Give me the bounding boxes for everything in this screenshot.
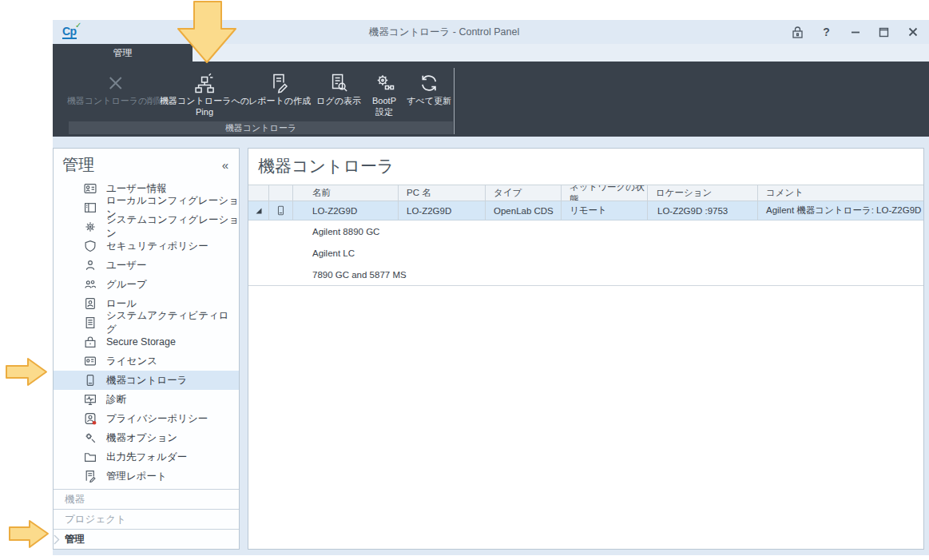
activity-log-icon: [84, 316, 97, 329]
section-tab-label: プロジェクト: [65, 513, 126, 526]
column-header-pc-name[interactable]: PC 名: [399, 185, 486, 201]
cell-comment: Agilent 機器コントローラ: LO-Z2G9D: [758, 201, 923, 220]
minimize-icon[interactable]: [848, 26, 862, 39]
control-panel-window: Cp ✓ 機器コントローラ - Control Panel ?: [53, 20, 929, 555]
section-tab-projects[interactable]: プロジェクト: [54, 509, 239, 529]
ribbon-group-separator: [454, 68, 455, 134]
ribbon-group-label: 機器コントローラ: [69, 121, 453, 134]
group-icon: [84, 278, 97, 291]
annotation-arrow-instrument-controllers: [0, 351, 56, 395]
view-log-button[interactable]: ログの表示: [316, 70, 361, 107]
row-details: Agilent 8890 GC Agilent LC 7890 GC and 5…: [248, 220, 923, 286]
workspace: 管理 « ユーザー情報 ローカルコンフィグレーシ: [53, 137, 929, 555]
diagnostics-icon: [84, 393, 97, 406]
close-icon[interactable]: [906, 26, 919, 39]
table-header-row: 名前 PC 名 タイプ ネットワークの状態 ロケーション コメント: [248, 185, 923, 201]
sidebar-item-label: 出力先フォルダー: [106, 451, 187, 464]
cell-location: LO-Z2G9D :9753: [648, 201, 758, 220]
ping-icon: [160, 70, 249, 96]
sidebar-item-label: プライバシーポリシー: [106, 412, 208, 426]
delete-controller-button[interactable]: 機器コントローラの削除: [67, 70, 165, 107]
column-header-name[interactable]: 名前: [293, 185, 399, 201]
row-expander[interactable]: [248, 201, 269, 220]
cell-pc-name: LO-Z2G9D: [399, 201, 486, 220]
instrument-controller-icon: [276, 205, 286, 216]
ping-controller-button[interactable]: 機器コントローラへのPing: [160, 70, 249, 117]
sidebar-item-label: ライセンス: [106, 355, 157, 368]
sidebar-item-groups[interactable]: グループ: [54, 275, 239, 294]
bootp-settings-icon: [372, 70, 396, 96]
sidebar-item-users[interactable]: ユーザー: [54, 256, 239, 275]
window-controls: ?: [791, 20, 919, 44]
sidebar-item-label: システムコンフィグレーション: [106, 213, 239, 240]
sidebar-item-label: 管理レポート: [106, 470, 167, 483]
section-tab-instruments[interactable]: 機器: [54, 489, 239, 509]
sidebar-item-instrument-options[interactable]: 機器オプション: [54, 428, 239, 447]
titlebar: Cp ✓ 機器コントローラ - Control Panel ?: [53, 20, 929, 44]
main-panel: 機器コントローラ 名前 PC 名 タイプ ネットワークの状態 ロケーション コメ…: [248, 148, 924, 550]
tab-admin[interactable]: 管理: [53, 44, 193, 62]
maximize-icon[interactable]: [877, 26, 891, 39]
create-report-button[interactable]: レポートの作成: [248, 70, 311, 107]
column-header-location[interactable]: ロケーション: [648, 185, 758, 201]
expanded-indicator-icon: [255, 207, 263, 215]
instrument-controller-icon: [84, 374, 97, 387]
cell-name: LO-Z2G9D: [293, 201, 399, 220]
page-title: 機器コントローラ: [248, 149, 923, 185]
local-configuration-icon: [84, 201, 97, 214]
sidebar-item-output-folders[interactable]: 出力先フォルダー: [54, 447, 239, 467]
window-title: 機器コントローラ - Control Panel: [53, 20, 836, 44]
sidebar-item-label: 機器オプション: [106, 431, 177, 445]
detail-instrument[interactable]: Agilent LC: [248, 242, 923, 264]
sidebar-item-label: ユーザー: [106, 259, 147, 272]
column-header-icon[interactable]: [269, 185, 293, 201]
sidebar-item-label: セキュリティポリシー: [106, 240, 208, 253]
ribbon-tab-row: 管理: [53, 44, 929, 62]
table-row[interactable]: LO-Z2G9D LO-Z2G9D OpenLab CDS リモート LO-Z2…: [248, 201, 923, 220]
cell-network-status: リモート: [562, 201, 648, 220]
section-tab-label: 機器: [65, 493, 85, 506]
sidebar-item-privacy-policy[interactable]: プライバシーポリシー: [54, 409, 239, 428]
lock-icon[interactable]: [791, 26, 804, 39]
sidebar-nav: ユーザー情報 ローカルコンフィグレーション シ: [54, 179, 239, 486]
bootp-settings-button[interactable]: BootP設定: [372, 70, 396, 117]
refresh-all-icon: [407, 70, 451, 96]
sidebar-section-tabs: 機器 プロジェクト 管理: [54, 489, 239, 549]
sidebar-item-system-configuration[interactable]: システムコンフィグレーション: [54, 217, 239, 236]
sidebar-item-label: Secure Storage: [106, 336, 176, 348]
sidebar-item-label: グループ: [106, 278, 147, 292]
secure-storage-icon: [84, 336, 97, 348]
collapse-sidebar-icon[interactable]: «: [222, 158, 231, 172]
sidebar-item-label: システムアクティビティログ: [106, 309, 239, 336]
sidebar-item-diagnostics[interactable]: 診断: [54, 390, 239, 409]
refresh-all-button[interactable]: すべて更新: [407, 70, 451, 107]
annotation-arrow-admin-tab: [0, 515, 56, 555]
section-chevron-icon: [54, 534, 60, 545]
column-header-expander[interactable]: [248, 185, 269, 201]
sidebar-item-instrument-controllers[interactable]: 機器コントローラ: [54, 371, 239, 390]
column-header-type[interactable]: タイプ: [486, 185, 562, 201]
view-log-icon: [316, 70, 361, 96]
sidebar-item-label: ユーザー情報: [106, 182, 167, 196]
detail-instrument[interactable]: Agilent 8890 GC: [248, 220, 923, 242]
section-tab-label: 管理: [65, 533, 85, 546]
output-folder-icon: [84, 451, 97, 463]
sidebar-item-system-activity-log[interactable]: システムアクティビティログ: [54, 313, 239, 332]
security-policy-icon: [84, 240, 97, 252]
detail-instrument[interactable]: 7890 GC and 5877 MS: [248, 264, 923, 285]
help-icon[interactable]: ?: [820, 26, 833, 39]
sidebar-item-label: ロール: [106, 297, 137, 311]
instrument-options-icon: [84, 431, 97, 444]
license-icon: [84, 355, 97, 367]
section-tab-administration[interactable]: 管理: [54, 529, 239, 549]
sidebar-header: 管理 «: [54, 149, 239, 179]
sidebar-item-admin-reports[interactable]: 管理レポート: [54, 467, 239, 486]
sidebar-item-licenses[interactable]: ライセンス: [54, 351, 239, 371]
user-info-icon: [84, 182, 97, 195]
system-configuration-icon: [84, 220, 97, 233]
sidebar-item-label: 機器コントローラ: [106, 374, 187, 387]
admin-report-icon: [84, 470, 97, 483]
column-header-comment[interactable]: コメント: [758, 185, 923, 201]
column-header-network-status[interactable]: ネットワークの状態: [562, 185, 648, 201]
user-icon: [84, 259, 97, 272]
